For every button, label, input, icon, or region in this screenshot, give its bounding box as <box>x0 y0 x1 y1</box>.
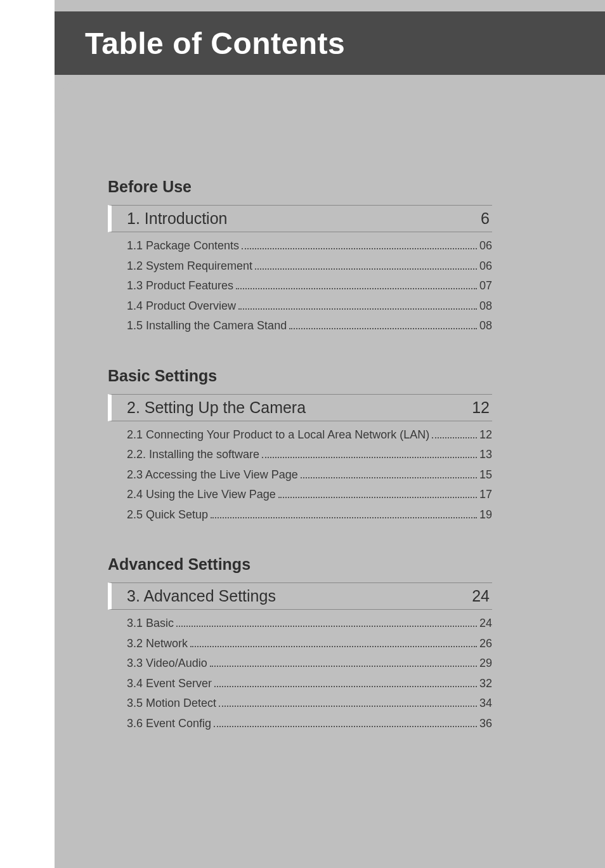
page-title-bar: Table of Contents <box>55 11 605 75</box>
entry-label: 3.4 Event Server <box>127 674 212 694</box>
entry-label: 3.5 Motion Detect <box>127 694 216 714</box>
entries-list: 1.1 Package Contents06 1.2 System Requir… <box>127 236 492 336</box>
chapter-row: 2. Setting Up the Camera 12 <box>108 394 492 421</box>
entry-label: 2.2. Installing the software <box>127 445 259 465</box>
entry-label: 2.1 Connecting Your Product to a Local A… <box>127 425 429 445</box>
toc-entry: 2.5 Quick Setup19 <box>127 505 492 525</box>
chapter-row: 3. Advanced Settings 24 <box>108 582 492 610</box>
section-heading: Advanced Settings <box>108 555 492 574</box>
entry-page: 29 <box>479 654 492 674</box>
leader-dots <box>190 646 477 647</box>
leader-dots <box>255 268 477 270</box>
entry-page: 15 <box>479 465 492 485</box>
toc-entry: 2.3 Accessing the Live View Page15 <box>127 465 492 485</box>
left-margin-stripe <box>0 0 55 868</box>
toc-entry: 1.3 Product Features07 <box>127 276 492 296</box>
chapter-title: 3. Advanced Settings <box>127 587 276 605</box>
chapter-title: 1. Introduction <box>127 209 227 228</box>
entry-label: 1.1 Package Contents <box>127 236 239 256</box>
leader-dots <box>210 666 477 667</box>
toc-entry: 1.1 Package Contents06 <box>127 236 492 256</box>
entry-page: 13 <box>479 445 492 465</box>
entry-page: 07 <box>479 276 492 296</box>
toc-entry: 3.6 Event Config36 <box>127 714 492 734</box>
entry-page: 06 <box>479 256 492 277</box>
toc-entry: 3.4 Event Server32 <box>127 674 492 694</box>
entry-page: 19 <box>479 505 492 525</box>
entry-label: 2.4 Using the Live View Page <box>127 485 276 505</box>
leader-dots <box>176 626 477 627</box>
entry-page: 08 <box>479 296 492 317</box>
entry-label: 3.3 Video/Audio <box>127 654 207 674</box>
toc-entry: 1.4 Product Overview08 <box>127 296 492 317</box>
toc-entry: 3.3 Video/Audio29 <box>127 654 492 674</box>
entry-label: 1.2 System Requirement <box>127 256 252 277</box>
entry-label: 3.6 Event Config <box>127 714 211 734</box>
toc-entry: 3.5 Motion Detect34 <box>127 694 492 714</box>
entries-list: 2.1 Connecting Your Product to a Local A… <box>127 425 492 525</box>
toc-entry: 3.2 Network26 <box>127 634 492 654</box>
entry-page: 12 <box>479 425 492 445</box>
leader-dots <box>236 288 477 289</box>
table-of-contents: Before Use 1. Introduction 6 1.1 Package… <box>108 178 492 764</box>
toc-entry: 1.2 System Requirement06 <box>127 256 492 277</box>
entry-page: 32 <box>479 674 492 694</box>
chapter-page: 24 <box>472 587 490 605</box>
chapter-title: 2. Setting Up the Camera <box>127 398 306 417</box>
leader-dots <box>242 248 477 249</box>
leader-dots <box>289 328 477 329</box>
toc-entry: 2.1 Connecting Your Product to a Local A… <box>127 425 492 445</box>
entry-page: 08 <box>479 316 492 336</box>
entry-page: 17 <box>479 485 492 505</box>
entry-page: 06 <box>479 236 492 256</box>
entry-label: 3.1 Basic <box>127 614 174 634</box>
leader-dots <box>219 706 477 707</box>
entry-page: 34 <box>479 694 492 714</box>
leader-dots <box>432 437 477 438</box>
toc-entry: 2.2. Installing the software13 <box>127 445 492 465</box>
leader-dots <box>211 517 477 518</box>
chapter-row: 1. Introduction 6 <box>108 205 492 232</box>
entry-label: 1.3 Product Features <box>127 276 233 296</box>
section-heading: Before Use <box>108 178 492 196</box>
toc-entry: 3.1 Basic24 <box>127 614 492 634</box>
entries-list: 3.1 Basic24 3.2 Network26 3.3 Video/Audi… <box>127 614 492 733</box>
chapter-page: 6 <box>481 209 490 228</box>
toc-entry: 2.4 Using the Live View Page17 <box>127 485 492 505</box>
entry-page: 26 <box>479 634 492 654</box>
chapter-page: 12 <box>472 398 490 417</box>
entry-label: 2.5 Quick Setup <box>127 505 208 525</box>
page-title: Table of Contents <box>85 26 345 61</box>
leader-dots <box>278 497 477 498</box>
entry-label: 3.2 Network <box>127 634 188 654</box>
entry-label: 1.5 Installing the Camera Stand <box>127 316 287 336</box>
leader-dots <box>238 308 477 310</box>
section-heading: Basic Settings <box>108 367 492 385</box>
entry-label: 1.4 Product Overview <box>127 296 236 317</box>
toc-entry: 1.5 Installing the Camera Stand08 <box>127 316 492 336</box>
entry-page: 24 <box>479 614 492 634</box>
entry-page: 36 <box>479 714 492 734</box>
leader-dots <box>214 726 477 727</box>
entry-label: 2.3 Accessing the Live View Page <box>127 465 298 485</box>
leader-dots <box>262 457 477 458</box>
leader-dots <box>214 686 477 687</box>
leader-dots <box>301 477 477 478</box>
